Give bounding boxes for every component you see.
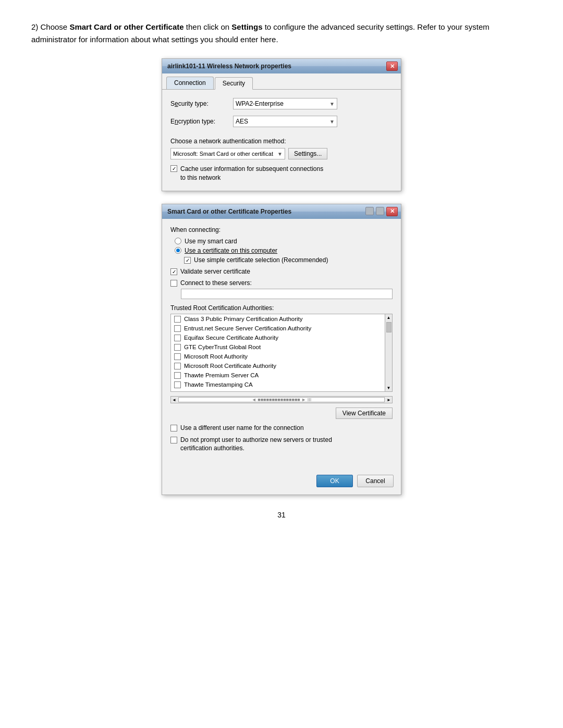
sc-body: When connecting: Use my smart card Use a… [162,219,401,471]
simple-cert-checkbox[interactable] [184,257,191,264]
cert-checkbox-1[interactable] [174,316,181,323]
sc-footer: OK Cancel [162,471,401,495]
cert-checkbox-6[interactable] [174,363,181,369]
cache-text: Cache user information for subsequent co… [180,165,323,182]
auth-method-arrow-icon: ▼ [277,151,283,157]
tab-connection[interactable]: Connection [166,77,214,89]
diff-user-row: Use a different user name for the connec… [170,424,393,431]
diff-user-label: Use a different user name for the connec… [180,424,304,431]
cert-item-2: Entrust.net Secure Server Certification … [171,324,385,333]
cert-checkbox-4[interactable] [174,344,181,351]
radio-certificate-label: Use a certificate on this computer [185,247,277,254]
auth-section: Choose a network authentication method: … [170,138,393,159]
enc-label-e: E [170,118,175,125]
servers-input[interactable] [181,289,393,299]
security-type-row: Security type: WPA2-Enterprise ▼ [170,98,393,109]
titlebar-controls: ✕ [386,61,398,71]
cert-item-6: Microsoft Root Certificate Authority [171,361,385,371]
settings-button[interactable]: Settings... [288,148,327,159]
cert-label-1: Class 3 Public Primary Certification Aut… [184,316,303,322]
connect-servers-row: Connect to these servers: [170,279,393,287]
cert-item-4: GTE CyberTrust Global Root [171,342,385,352]
wireless-body: Security type: WPA2-Enterprise ▼ Encrypt… [162,89,401,191]
security-label-s: S [170,100,175,107]
cert-checkbox-8[interactable] [174,381,181,388]
smartcard-dialog: Smart Card or other Certificate Properti… [162,204,401,496]
tab-bar: Connection Security [162,73,401,89]
intro-text-before-bold1: 2) Choose [31,22,69,31]
cert-list: Class 3 Public Primary Certification Aut… [171,314,385,391]
no-prompt-checkbox[interactable] [170,437,177,443]
intro-paragraph: 2) Choose Smart Card or other Certificat… [31,21,500,46]
wireless-titlebar: airlink101-11 Wireless Network propertie… [162,59,401,73]
view-cert-row: View Certificate [170,408,393,419]
sc-gray-btn2 [376,207,384,215]
security-label-rest: curity type: [178,100,209,107]
simple-cert-row: Use simple certificate selection (Recomm… [170,256,393,264]
validate-server-row: Validate server certificate [170,268,393,275]
cert-label-8: Thawte Timestamping CA [184,381,253,388]
dialogs-container: airlink101-11 Wireless Network propertie… [31,58,532,495]
diff-user-checkbox[interactable] [170,425,177,431]
horiz-scroll-track: ◄ ■■■■■■■■■■■■■■■ ► III [178,397,385,402]
scrollbar-up-icon[interactable]: ▲ [386,314,392,321]
auth-method-label: Choose a network authentication method: [170,138,393,145]
cert-checkbox-3[interactable] [174,335,181,341]
no-prompt-row: Do not prompt user to authorize new serv… [170,436,393,453]
cert-item-8: Thawte Timestamping CA [171,380,385,389]
auth-method-select[interactable]: Microsoft: Smart Card or other certifica… [170,148,285,159]
connect-servers-checkbox[interactable] [170,280,177,287]
horiz-scrollbar: ◄ ◄ ■■■■■■■■■■■■■■■ ► III ► [170,396,393,403]
cert-scrollbar: ▲ ▼ [385,314,392,391]
wireless-title: airlink101-11 Wireless Network propertie… [165,63,291,70]
wireless-dialog: airlink101-11 Wireless Network propertie… [162,58,401,191]
cache-row: Cache user information for subsequent co… [170,165,393,182]
intro-text-after-bold1: then click on [184,22,232,31]
close-button[interactable]: ✕ [386,61,398,71]
scrollbar-thumb[interactable] [386,322,391,332]
scrollbar-down-icon[interactable]: ▼ [386,385,392,391]
cert-label-5: Microsoft Root Authority [184,353,248,360]
sc-close-button[interactable]: ✕ [386,207,398,216]
ok-button[interactable]: OK [316,475,353,487]
cert-label-7: Thawte Premium Server CA [184,372,259,378]
encryption-type-arrow-icon: ▼ [329,119,335,125]
simple-cert-label: Use simple certificate selection (Recomm… [194,256,328,264]
encryption-type-select[interactable]: AES ▼ [233,116,337,127]
horiz-scroll-right-icon[interactable]: ► [387,397,392,404]
radio-certificate[interactable] [175,247,181,254]
sc-gray-btn1 [365,207,374,215]
cert-item-3: Equifax Secure Certificate Authority [171,333,385,342]
cert-label-3: Equifax Secure Certificate Authority [184,335,278,341]
radio-smart-card[interactable] [175,238,181,244]
cache-checkbox[interactable] [170,165,177,172]
intro-bold1: Smart Card or other Certificate [69,22,183,31]
cancel-button[interactable]: Cancel [357,475,394,487]
radio-smart-card-row: Use my smart card [170,238,393,245]
sc-title: Smart Card or other Certificate Properti… [165,208,291,215]
enc-label-rest: cryption type: [178,118,215,125]
cert-checkbox-5[interactable] [174,353,181,360]
when-connecting-label: When connecting: [170,226,393,233]
radio-smart-card-label: Use my smart card [185,238,237,245]
cert-list-container: Class 3 Public Primary Certification Aut… [170,314,393,392]
sc-titlebar-controls: ✕ [365,207,398,216]
no-prompt-text: Do not prompt user to authorize new serv… [180,436,332,453]
validate-server-label: Validate server certificate [180,268,250,275]
security-label-e: e [175,100,178,107]
security-type-label: Security type: [170,100,233,107]
cert-label-2: Entrust.net Secure Server Certification … [184,325,311,331]
cert-checkbox-2[interactable] [174,325,181,332]
cert-label-6: Microsoft Root Certificate Authority [184,363,276,369]
cert-item-1: Class 3 Public Primary Certification Aut… [171,314,385,324]
sc-titlebar: Smart Card or other Certificate Properti… [162,204,401,219]
view-certificate-button[interactable]: View Certificate [336,408,393,419]
auth-method-row: Microsoft: Smart Card or other certifica… [170,148,393,159]
cert-checkbox-7[interactable] [174,372,181,379]
tab-security[interactable]: Security [215,77,253,90]
horiz-scroll-left-icon[interactable]: ◄ [171,397,176,404]
validate-server-checkbox[interactable] [170,268,177,275]
page-number: 31 [31,511,532,519]
security-type-select[interactable]: WPA2-Enterprise ▼ [233,98,337,109]
enc-label-n: n [175,118,178,125]
